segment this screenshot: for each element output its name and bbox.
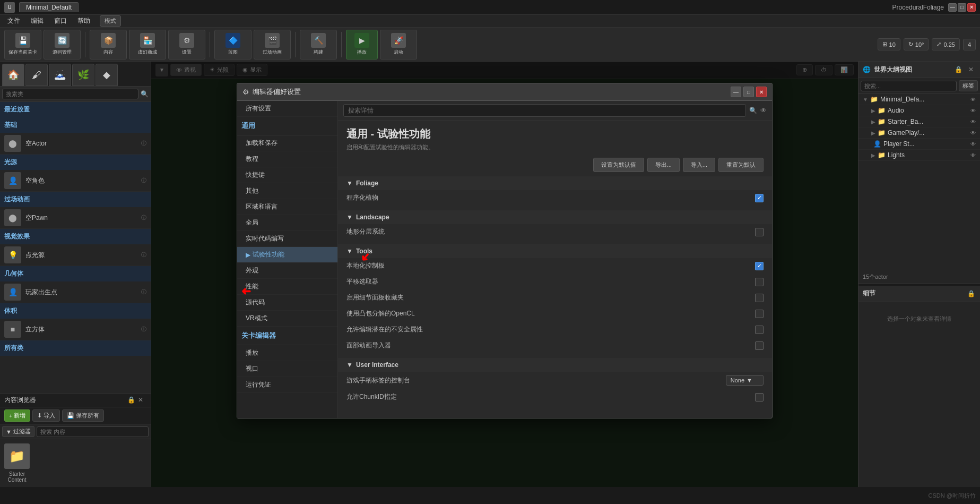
opencl-checkbox[interactable] xyxy=(755,310,764,318)
tree-item-gameplay[interactable]: ▶ 📁 GamePlay/... 👁 xyxy=(858,127,980,139)
cinematics-button[interactable]: 🎬 过场动画 xyxy=(254,30,291,59)
chunkid-checkbox[interactable] xyxy=(755,393,764,402)
marketplace-button[interactable]: 🏪 虚幻商城 xyxy=(129,30,166,59)
content-button[interactable]: 📦 内容 xyxy=(90,30,127,59)
folder-item-starter[interactable]: 📁 StarterContent xyxy=(4,443,30,483)
category-recent[interactable]: 最近放置 xyxy=(0,102,151,117)
content-browser-lock[interactable]: 🔒 xyxy=(127,396,136,405)
nav-source-code[interactable]: 源代码 xyxy=(237,295,337,311)
mode-tab-landscape[interactable]: 🗻 xyxy=(49,64,71,86)
source-control-button[interactable]: 🔄 源码管理 xyxy=(44,30,81,59)
visibility-icon[interactable]: 👁 xyxy=(970,97,976,102)
terrain-checkbox[interactable] xyxy=(755,228,764,236)
launch-button[interactable]: 🚀 启动 xyxy=(380,30,417,59)
menu-edit[interactable]: 编辑 xyxy=(25,15,49,27)
tree-item-minimal[interactable]: ▼ 📁 Minimal_Defa... 👁 xyxy=(858,94,980,105)
gamepad-select[interactable]: None ▼ xyxy=(726,375,764,386)
category-all[interactable]: 所有类 xyxy=(0,340,151,356)
build-button[interactable]: 🔨 构建 xyxy=(300,30,337,59)
section-header-tools[interactable]: ▼ Tools xyxy=(338,244,772,258)
window-minimize[interactable]: — xyxy=(948,3,957,12)
import-btn[interactable]: 导入... xyxy=(683,158,715,172)
nav-experimental[interactable]: ▶ 试验性功能 xyxy=(237,247,337,263)
menu-window[interactable]: 窗口 xyxy=(49,15,72,27)
grid-snap-btn[interactable]: ⊞ 10 xyxy=(878,38,900,50)
category-basic[interactable]: 基础 xyxy=(0,117,151,133)
nav-viewport[interactable]: 视口 xyxy=(237,361,337,377)
filter-button[interactable]: ▼ 过滤器 xyxy=(2,426,34,437)
menu-file[interactable]: 文件 xyxy=(2,15,25,27)
section-header-ui[interactable]: ▼ User Interface xyxy=(338,358,772,372)
nav-region[interactable]: 区域和语言 xyxy=(237,199,337,215)
category-visual[interactable]: 视觉效果 xyxy=(0,229,151,244)
procedural-foliage-checkbox[interactable] xyxy=(755,194,764,202)
section-header-foliage[interactable]: ▼ Foliage xyxy=(338,176,772,190)
category-cinematic[interactable]: 过场动画 xyxy=(0,192,151,207)
menu-help[interactable]: 帮助 xyxy=(72,15,96,27)
category-volume[interactable]: 体积 xyxy=(0,303,151,319)
camera-speed-btn[interactable]: 4 xyxy=(963,39,976,50)
starter-visibility[interactable]: 👁 xyxy=(970,119,976,125)
import-button[interactable]: ⬇ 导入 xyxy=(32,409,60,422)
list-item[interactable]: 👤 玩家出生点 ⓘ xyxy=(0,281,151,303)
window-maximize[interactable]: □ xyxy=(958,3,966,12)
rotation-snap-btn[interactable]: ↻ 10° xyxy=(904,38,929,50)
nav-all-settings[interactable]: 所有设置 xyxy=(237,101,337,117)
section-header-landscape[interactable]: ▼ Landscape xyxy=(338,210,772,224)
new-button[interactable]: + 新增 xyxy=(4,409,30,422)
nav-realtime-code[interactable]: 实时代码编写 xyxy=(237,231,337,247)
reset-default-btn[interactable]: 重置为默认 xyxy=(718,158,764,172)
world-search-input[interactable] xyxy=(861,81,957,91)
nav-credentials[interactable]: 运行凭证 xyxy=(237,377,337,393)
nav-play[interactable]: 播放 xyxy=(237,345,337,361)
mode-tab-place[interactable]: 🏠 xyxy=(2,64,24,86)
search-input[interactable] xyxy=(2,89,138,99)
settings-button[interactable]: ⚙ 设置 xyxy=(168,30,205,59)
content-search-input[interactable] xyxy=(37,426,149,437)
mode-button[interactable]: 模式 xyxy=(100,15,121,27)
scale-snap-btn[interactable]: ⤢ 0.25 xyxy=(932,38,959,50)
mode-tab-paint[interactable]: 🖌 xyxy=(25,64,48,86)
blueprint-button[interactable]: 🔷 蓝图 xyxy=(214,30,251,59)
nav-performance[interactable]: 性能 xyxy=(237,279,337,295)
play-button[interactable]: ▶ 播放 xyxy=(346,30,378,59)
window-close[interactable]: ✕ xyxy=(967,3,976,12)
tree-item-starter[interactable]: ▶ 📁 Starter_Ba... 👁 xyxy=(858,116,980,127)
audio-visibility[interactable]: 👁 xyxy=(970,108,976,114)
unsafe-checkbox[interactable] xyxy=(755,326,764,334)
category-light[interactable]: 光源 xyxy=(0,155,151,170)
panel-close-btn[interactable]: ✕ xyxy=(966,65,976,74)
mode-tab-foliage[interactable]: 🌿 xyxy=(72,64,94,86)
face-anim-checkbox[interactable] xyxy=(755,341,764,350)
panel-lock-btn[interactable]: 🔒 xyxy=(953,65,963,74)
dialog-minimize[interactable]: — xyxy=(731,87,741,97)
mode-tab-geometry[interactable]: ◆ xyxy=(96,64,118,86)
lights-visibility[interactable]: 👁 xyxy=(970,152,976,158)
save-level-button[interactable]: 💾 保存当前关卡 xyxy=(4,30,41,59)
tree-item-lights[interactable]: ▶ 📁 Lights 👁 xyxy=(858,150,980,161)
localization-checkbox[interactable] xyxy=(755,262,764,270)
list-item[interactable]: ⬤ 空Pawn ⓘ xyxy=(0,207,151,229)
list-item[interactable]: ■ 立方体 ⓘ xyxy=(0,319,151,340)
translation-checkbox[interactable] xyxy=(755,278,764,286)
tree-item-audio[interactable]: ▶ 📁 Audio 👁 xyxy=(858,105,980,116)
category-geometry[interactable]: 几何体 xyxy=(0,266,151,281)
list-item[interactable]: 💡 点光源 ⓘ xyxy=(0,244,151,266)
nav-load-save[interactable]: 加载和保存 xyxy=(237,135,337,151)
nav-shortcuts[interactable]: 快捷键 xyxy=(237,167,337,183)
tree-item-playerstart[interactable]: 👤 Player St... 👁 xyxy=(858,139,980,150)
eye-icon[interactable]: 👁 xyxy=(760,107,767,114)
list-item[interactable]: 👤 空角色 ⓘ xyxy=(0,170,151,192)
nav-other[interactable]: 其他 xyxy=(237,183,337,199)
nav-tutorial[interactable]: 教程 xyxy=(237,151,337,167)
details-lock-btn[interactable]: 🔒 xyxy=(966,289,976,298)
content-browser-close[interactable]: ✕ xyxy=(138,396,146,405)
dialog-close[interactable]: ✕ xyxy=(756,87,767,97)
nav-appearance[interactable]: 外观 xyxy=(237,263,337,279)
nav-vr[interactable]: VR模式 xyxy=(237,311,337,327)
list-item[interactable]: ⬤ 空Actor ⓘ xyxy=(0,133,151,155)
dialog-maximize[interactable]: □ xyxy=(743,87,754,97)
set-default-btn[interactable]: 设置为默认值 xyxy=(593,158,644,172)
tab-title[interactable]: Minimal_Default xyxy=(19,2,79,12)
gameplay-visibility[interactable]: 👁 xyxy=(970,130,976,136)
